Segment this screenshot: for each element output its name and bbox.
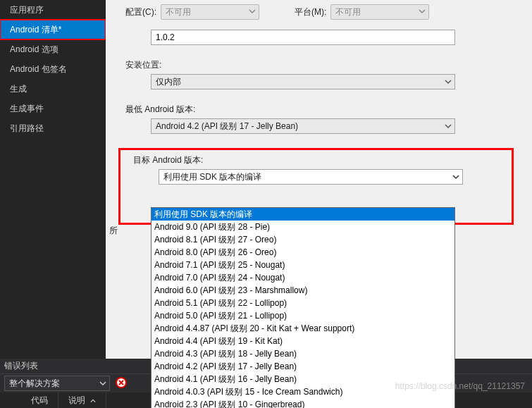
dropdown-option[interactable]: Android 4.4.87 (API 级别 20 - Kit Kat + We… — [151, 322, 454, 335]
config-row: 配置(C): 不可用 平台(M): 不可用 — [125, 4, 521, 20]
install-select[interactable]: 仅内部 — [151, 74, 455, 89]
version-input[interactable] — [151, 30, 455, 45]
side-label: 所 — [109, 225, 118, 237]
dropdown-option[interactable]: 利用使用 SDK 版本的编译 — [151, 208, 454, 221]
dropdown-option[interactable]: Android 4.3 (API 级别 18 - Jelly Bean) — [151, 347, 454, 360]
chevron-up-icon — [90, 398, 96, 404]
dropdown-option[interactable]: Android 9.0 (API 级别 28 - Pie) — [151, 221, 454, 233]
config-label: 配置(C): — [125, 6, 156, 18]
sidebar-item-events[interactable]: 生成事件 — [0, 99, 106, 118]
sidebar-item-refs[interactable]: 引用路径 — [0, 118, 106, 138]
platform-label: 平台(M): — [295, 6, 326, 18]
error-icon[interactable] — [116, 377, 127, 390]
sidebar-item-signing[interactable]: Android 包签名 — [0, 59, 106, 79]
dropdown-option[interactable]: Android 5.1 (API 级别 22 - Lollipop) — [151, 297, 454, 309]
config-select: 不可用 — [161, 4, 259, 20]
dropdown-option[interactable]: Android 4.4 (API 级别 19 - Kit Kat) — [151, 335, 454, 347]
tab-desc[interactable]: 说明 — [58, 392, 106, 408]
min-android-select[interactable]: Android 4.2 (API 级别 17 - Jelly Bean) — [151, 118, 455, 134]
dropdown-option[interactable]: Android 8.0 (API 级别 26 - Oreo) — [151, 246, 454, 259]
sidebar-item-options[interactable]: Android 选项 — [0, 39, 106, 59]
target-android-dropdown[interactable]: 利用使用 SDK 版本的编译Android 9.0 (API 级别 28 - P… — [151, 207, 455, 408]
min-android-label: 最低 Android 版本: — [125, 104, 521, 116]
dropdown-option[interactable]: Android 7.0 (API 级别 24 - Nougat) — [151, 271, 454, 284]
sidebar-item-manifest[interactable]: Android 清单* — [0, 20, 106, 39]
dropdown-option[interactable]: Android 2.3 (API 级别 10 - Gingerbread) — [151, 398, 454, 408]
install-value: 仅内部 — [156, 76, 181, 88]
watermark: https://blog.csdn.net/qq_21121357 — [395, 381, 525, 391]
target-android-label: 目标 Android 版本: — [133, 154, 506, 166]
sidebar-item-build[interactable]: 生成 — [0, 79, 106, 99]
error-scope-value: 整个解决方案 — [9, 378, 60, 390]
dropdown-option[interactable]: Android 4.2 (API 级别 17 - Jelly Bean) — [151, 360, 454, 373]
chevron-down-icon — [452, 173, 459, 183]
version-block — [151, 30, 521, 45]
dropdown-option[interactable]: Android 6.0 (API 级别 23 - Marshmallow) — [151, 284, 454, 297]
target-android-value: 利用使用 SDK 版本的编译 — [163, 171, 261, 183]
target-android-select[interactable]: 利用使用 SDK 版本的编译 — [159, 169, 463, 185]
dropdown-option[interactable]: Android 7.1 (API 级别 25 - Nougat) — [151, 259, 454, 271]
min-android-value: Android 4.2 (API 级别 17 - Jelly Bean) — [156, 120, 298, 132]
tab-code[interactable]: 代码 — [21, 392, 58, 408]
dropdown-option[interactable]: Android 8.1 (API 级别 27 - Oreo) — [151, 233, 454, 246]
config-value: 不可用 — [166, 6, 191, 18]
tab-desc-label: 说明 — [68, 395, 85, 405]
chevron-down-icon — [419, 7, 426, 17]
error-scope-combo[interactable]: 整个解决方案 — [4, 376, 110, 391]
sidebar: 应用程序 Android 清单* Android 选项 Android 包签名 … — [0, 0, 106, 408]
platform-select: 不可用 — [330, 4, 429, 20]
chevron-down-icon — [99, 379, 106, 389]
chevron-down-icon — [445, 78, 452, 87]
install-block: 安装位置: 仅内部 — [125, 59, 521, 89]
sidebar-item-app[interactable]: 应用程序 — [0, 0, 106, 20]
dropdown-option[interactable]: Android 5.0 (API 级别 21 - Lollipop) — [151, 309, 454, 322]
min-android-block: 最低 Android 版本: Android 4.2 (API 级别 17 - … — [125, 104, 521, 134]
install-label: 安装位置: — [125, 59, 521, 71]
platform-value: 不可用 — [335, 6, 361, 18]
chevron-down-icon — [445, 122, 452, 132]
chevron-down-icon — [249, 7, 256, 17]
